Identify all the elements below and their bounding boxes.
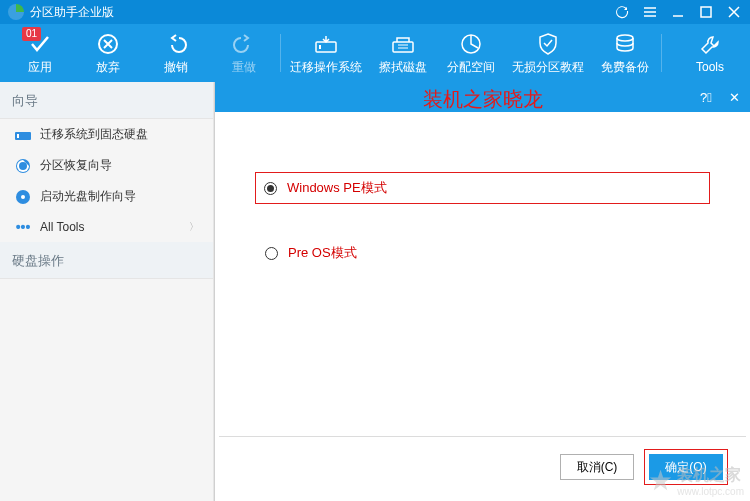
sidebar-item-label: 启动光盘制作向导: [40, 188, 136, 205]
close-icon[interactable]: [726, 4, 742, 20]
sidebar-section-wizard: 向导: [0, 82, 213, 119]
sidebar: 向导 迁移系统到固态硬盘 分区恢复向导 启动光盘制作向导 ••• All Too…: [0, 82, 214, 501]
disc-icon: [14, 189, 32, 205]
app-title: 分区助手企业版: [30, 4, 614, 21]
sidebar-item-recovery[interactable]: 分区恢复向导: [0, 150, 213, 181]
option-winpe-highlight: Windows PE模式: [255, 172, 710, 204]
page-watermark: ★ 装机之家 www.lotpc.com: [648, 464, 744, 497]
radio-label: Pre OS模式: [288, 244, 357, 262]
radio-winpe[interactable]: Windows PE模式: [264, 179, 387, 197]
sidebar-section-disk-ops: 硬盘操作: [0, 242, 213, 279]
undo-button[interactable]: 撤销: [142, 24, 210, 82]
refresh-icon[interactable]: [614, 4, 630, 20]
menu-icon[interactable]: [642, 4, 658, 20]
cancel-button[interactable]: 取消(C): [560, 454, 634, 480]
sidebar-item-all-tools[interactable]: ••• All Tools 〉: [0, 212, 213, 242]
radio-icon: [264, 182, 277, 195]
sidebar-item-boot-disc[interactable]: 启动光盘制作向导: [0, 181, 213, 212]
dialog-close-icon[interactable]: ✕: [726, 89, 742, 105]
radio-label: Windows PE模式: [287, 179, 387, 197]
maximize-icon[interactable]: [698, 4, 714, 20]
tools-button[interactable]: Tools: [676, 24, 744, 82]
watermark-overlay-text: 装机之家晓龙: [423, 86, 543, 113]
mode-dialog: ?⃝ ✕ 装机之家晓龙 Windows PE模式 Pre OS模式: [214, 82, 750, 501]
redo-button: 重做: [210, 24, 278, 82]
svg-point-12: [21, 195, 25, 199]
backup-button[interactable]: 免费备份: [591, 24, 659, 82]
star-icon: ★: [648, 464, 673, 497]
chevron-right-icon: 〉: [189, 220, 199, 234]
migrate-os-button[interactable]: 迁移操作系统: [283, 24, 369, 82]
wipe-disk-button[interactable]: 擦拭磁盘: [369, 24, 437, 82]
app-logo-icon: [8, 4, 24, 20]
allocate-space-button[interactable]: 分配空间: [437, 24, 505, 82]
ssd-icon: [14, 127, 32, 143]
recovery-icon: [14, 158, 32, 174]
minimize-icon[interactable]: [670, 4, 686, 20]
svg-rect-8: [17, 134, 19, 138]
help-icon[interactable]: ?⃝: [698, 89, 714, 105]
radio-preos[interactable]: Pre OS模式: [255, 244, 710, 262]
content-area: ?⃝ ✕ 装机之家晓龙 Windows PE模式 Pre OS模式: [214, 82, 750, 501]
sidebar-item-migrate-ssd[interactable]: 迁移系统到固态硬盘: [0, 119, 213, 150]
svg-rect-0: [701, 7, 711, 17]
radio-icon: [265, 247, 278, 260]
apply-button[interactable]: 01 应用: [6, 24, 74, 82]
svg-rect-3: [319, 45, 321, 49]
svg-rect-4: [393, 42, 413, 52]
apply-badge: 01: [22, 27, 41, 41]
sidebar-item-label: 迁移系统到固态硬盘: [40, 126, 148, 143]
main-toolbar: 01 应用 放弃 撤销 重做 迁移操作系统 擦拭磁盘 分配空间 无损分区教程 免…: [0, 24, 750, 82]
more-icon: •••: [14, 219, 32, 235]
svg-point-6: [617, 35, 633, 41]
sidebar-item-label: 分区恢复向导: [40, 157, 112, 174]
discard-button[interactable]: 放弃: [74, 24, 142, 82]
title-bar: 分区助手企业版: [0, 0, 750, 24]
svg-point-10: [19, 162, 27, 170]
tutorial-button[interactable]: 无损分区教程: [505, 24, 591, 82]
sidebar-item-label: All Tools: [40, 220, 84, 234]
